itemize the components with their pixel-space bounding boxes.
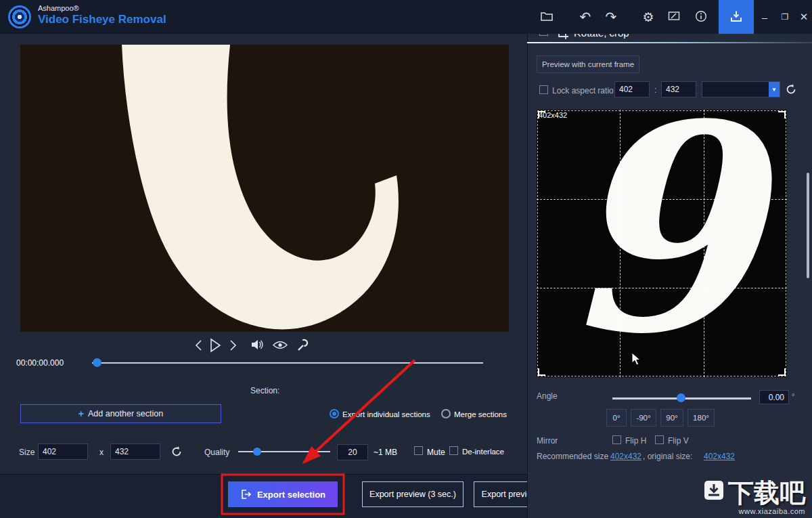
merge-sections-label: Merge sections (454, 410, 507, 418)
radio-dot (332, 412, 336, 416)
export-selection-label: Export selection (257, 490, 325, 500)
next-frame-button[interactable] (227, 339, 238, 353)
preview-toggle-button[interactable] (273, 340, 288, 352)
titlebar: Ashampoo® Video Fisheye Removal ↶ ↷ ⚙ (0, 0, 812, 34)
export-preview-3s-button[interactable]: Export preview (3 sec.) (362, 481, 464, 507)
video-preview (20, 45, 509, 332)
size-reset-button[interactable] (171, 446, 183, 460)
reset-icon (171, 446, 183, 458)
aspect-preset-dropdown[interactable]: ▼ (702, 81, 780, 98)
flip-h-checkbox[interactable] (612, 435, 621, 444)
reset-icon (785, 83, 797, 95)
plus-icon: + (78, 408, 84, 419)
quality-value-input[interactable] (337, 444, 368, 460)
size-label: Size (19, 448, 35, 457)
merge-sections-radio[interactable] (441, 409, 451, 418)
rotation-center-marker (658, 240, 667, 249)
crop-handle-bottom-left[interactable] (538, 368, 545, 376)
rotate-180-button[interactable]: 180° (687, 409, 715, 427)
mute-label: Mute (427, 448, 445, 457)
crop-size-label: 402x432 (539, 111, 567, 119)
export-mode-button[interactable] (719, 0, 754, 34)
undo-button[interactable]: ↶ (572, 0, 598, 34)
aspect-height-input[interactable] (661, 81, 696, 98)
app-window: Ashampoo® Video Fisheye Removal ↶ ↷ ⚙ (0, 0, 812, 518)
export-individual-radio[interactable] (330, 409, 339, 418)
crop-grid-line (537, 288, 787, 288)
open-file-button[interactable] (533, 0, 560, 34)
angle-value-input[interactable] (759, 390, 789, 404)
ashampoo-logo-icon (8, 5, 31, 28)
maximize-button[interactable]: ❐ (775, 0, 794, 34)
seek-slider-track[interactable] (92, 362, 483, 364)
deinterlace-checkbox[interactable] (449, 446, 458, 455)
panel-underline (527, 42, 812, 43)
flip-v-checkbox[interactable] (655, 435, 664, 444)
recommended-size-link[interactable]: 402x432 (610, 452, 641, 461)
tools-button[interactable] (296, 338, 309, 354)
section-label: Section: (250, 386, 279, 395)
volume-icon (250, 339, 264, 351)
rotate-minus-90-button[interactable]: -90° (631, 409, 656, 427)
crop-grid-line (537, 199, 787, 200)
size-separator: x (99, 448, 104, 457)
original-size-link[interactable]: 402x432 (704, 452, 735, 461)
wrench-icon (296, 338, 309, 352)
info-button[interactable] (687, 0, 715, 34)
rotate-0-button[interactable]: 0° (606, 409, 627, 427)
maximize-icon: ❐ (782, 12, 789, 22)
export-selection-button[interactable]: Export selection (228, 481, 338, 507)
brand-top: Ashampoo® (38, 4, 166, 13)
undo-icon: ↶ (580, 9, 591, 25)
crop-preview[interactable]: 9 402x432 (537, 110, 787, 377)
chevron-down-icon: ▼ (769, 82, 780, 97)
aspect-reset-button[interactable] (785, 83, 797, 98)
export-individual-label: Export individual sections (342, 410, 430, 418)
minimize-button[interactable]: – (755, 0, 774, 34)
previous-frame-icon (194, 339, 204, 351)
size-width-input[interactable] (38, 444, 88, 460)
info-icon (695, 10, 707, 24)
export-icon (729, 9, 743, 25)
watermark-logo-icon (704, 480, 724, 503)
lock-aspect-checkbox[interactable] (539, 85, 548, 94)
original-size-label: , original size: (643, 452, 692, 461)
preview-current-frame-button[interactable]: Preview with current frame (537, 56, 639, 73)
angle-unit: ° (792, 392, 794, 400)
flip-h-label: Flip H (625, 436, 646, 446)
volume-button[interactable] (250, 339, 264, 353)
quality-slider-handle[interactable] (253, 448, 261, 456)
eye-icon (273, 340, 288, 350)
scrollbar-thumb[interactable] (807, 173, 809, 278)
settings-button[interactable]: ⚙ (635, 0, 662, 34)
aspect-width-input[interactable] (614, 81, 650, 98)
minimize-icon: – (762, 12, 767, 23)
close-button[interactable]: ✕ (796, 0, 812, 34)
quality-slider-track[interactable] (238, 451, 330, 452)
add-section-button[interactable]: + Add another section (20, 404, 221, 423)
app-title: Video Fisheye Removal (38, 13, 166, 26)
seek-slider-handle[interactable] (93, 358, 102, 367)
rotate-90-button[interactable]: 90° (660, 409, 683, 427)
watermark: 下载吧 www.xiazaiba.com (700, 477, 809, 518)
mouse-cursor (631, 352, 641, 369)
timecode: 00:00:00.000 (16, 358, 64, 368)
redo-icon: ↷ (606, 9, 617, 25)
file-size-estimate: ~1 MB (374, 448, 397, 457)
angle-slider-handle[interactable] (677, 393, 685, 402)
crop-handle-bottom-right[interactable] (778, 368, 786, 376)
watermark-title: 下载吧 (728, 480, 805, 506)
redo-button[interactable]: ↷ (598, 0, 624, 34)
export-selection-icon (240, 489, 252, 500)
previous-frame-button[interactable] (194, 339, 204, 353)
flip-v-label: Flip V (668, 436, 689, 446)
add-section-label: Add another section (88, 409, 163, 418)
mute-checkbox[interactable] (414, 446, 423, 455)
crop-handle-top-right[interactable] (778, 111, 786, 118)
app-brand: Ashampoo® Video Fisheye Removal (38, 4, 166, 27)
aspect-separator: : (654, 85, 656, 95)
crop-grid-line (704, 110, 704, 377)
size-height-input[interactable] (110, 444, 160, 460)
play-button[interactable] (208, 337, 222, 355)
feedback-button[interactable] (661, 0, 687, 34)
